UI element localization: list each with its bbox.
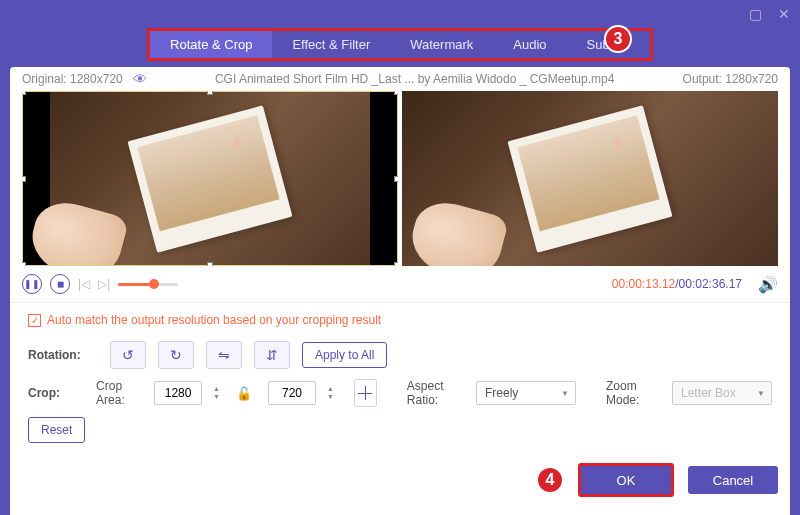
next-frame-button[interactable]: ▷| xyxy=(98,277,110,291)
tab-effect-filter[interactable]: Effect & Filter xyxy=(272,31,390,58)
stop-button[interactable]: ◼ xyxy=(50,274,70,294)
aspect-ratio-label: Aspect Ratio: xyxy=(407,379,464,407)
rotate-left-icon[interactable]: ↺ xyxy=(110,341,146,369)
aspect-ratio-select[interactable]: Freely xyxy=(476,381,576,405)
seek-slider[interactable] xyxy=(118,283,178,286)
footer: 4 OK Cancel xyxy=(536,463,778,497)
info-bar: Original: 1280x720 👁 CGI Animated Short … xyxy=(10,67,790,91)
volume-icon[interactable]: 🔊 xyxy=(758,275,778,294)
controls-area: ✓ Auto match the output resolution based… xyxy=(10,303,790,463)
auto-match-checkbox[interactable]: ✓ xyxy=(28,314,41,327)
ok-button[interactable]: OK xyxy=(578,463,674,497)
original-resolution-label: Original: 1280x720 xyxy=(22,72,123,86)
rotation-row: Rotation: ↺ ↻ ⇋ ⇵ Apply to All xyxy=(28,341,772,369)
crop-label: Crop: xyxy=(28,386,84,400)
preview-original[interactable] xyxy=(22,91,398,266)
crop-height-input[interactable] xyxy=(268,381,316,405)
lock-aspect-icon[interactable]: 🔓 xyxy=(236,386,252,401)
tabs-container: Rotate & Crop Effect & Filter Watermark … xyxy=(0,28,800,61)
crop-width-input[interactable] xyxy=(154,381,202,405)
prev-frame-button[interactable]: |◁ xyxy=(78,277,90,291)
timecode: 00:00:13.12/00:02:36.17 xyxy=(612,277,742,291)
rotation-label: Rotation: xyxy=(28,348,98,362)
time-total: 00:02:36.17 xyxy=(679,277,742,291)
reset-button[interactable]: Reset xyxy=(28,417,85,443)
reset-row: Reset xyxy=(28,417,772,443)
auto-match-label: Auto match the output resolution based o… xyxy=(47,313,381,327)
flip-horizontal-icon[interactable]: ⇋ xyxy=(206,341,242,369)
height-spinner[interactable]: ▲▼ xyxy=(327,385,334,401)
rotate-right-icon[interactable]: ↻ xyxy=(158,341,194,369)
playbar: ❚❚ ◼ |◁ ▷| 00:00:13.12/00:02:36.17 🔊 xyxy=(10,266,790,303)
titlebar: ▢ ✕ xyxy=(0,0,800,28)
tab-watermark[interactable]: Watermark xyxy=(390,31,493,58)
apply-to-all-button[interactable]: Apply to All xyxy=(302,342,387,368)
crop-row: Crop: Crop Area: ▲▼ 🔓 ▲▼ Aspect Ratio: F… xyxy=(28,379,772,407)
preview-eye-icon[interactable]: 👁 xyxy=(133,71,147,87)
time-current: 00:00:13.12 xyxy=(612,277,675,291)
tab-audio[interactable]: Audio xyxy=(493,31,566,58)
close-button[interactable]: ✕ xyxy=(778,6,790,22)
minimize-button[interactable]: ▢ xyxy=(749,6,762,22)
filename-label: CGI Animated Short Film HD _Last ... by … xyxy=(147,72,683,86)
preview-row xyxy=(10,91,790,266)
tab-rotate-crop[interactable]: Rotate & Crop xyxy=(150,31,272,58)
crop-position-icon[interactable] xyxy=(354,379,377,407)
zoom-mode-select[interactable]: Letter Box xyxy=(672,381,772,405)
pause-button[interactable]: ❚❚ xyxy=(22,274,42,294)
tab-bar: Rotate & Crop Effect & Filter Watermark … xyxy=(147,28,653,61)
annotation-step-4: 4 xyxy=(536,466,564,494)
auto-match-row[interactable]: ✓ Auto match the output resolution based… xyxy=(28,313,772,327)
content-panel: Original: 1280x720 👁 CGI Animated Short … xyxy=(10,67,790,515)
annotation-step-3: 3 xyxy=(604,25,632,53)
flip-vertical-icon[interactable]: ⇵ xyxy=(254,341,290,369)
width-spinner[interactable]: ▲▼ xyxy=(213,385,220,401)
zoom-mode-label: Zoom Mode: xyxy=(606,379,660,407)
preview-output xyxy=(402,91,778,266)
output-resolution-label: Output: 1280x720 xyxy=(683,72,778,86)
crop-area-label: Crop Area: xyxy=(96,379,142,407)
cancel-button[interactable]: Cancel xyxy=(688,466,778,494)
